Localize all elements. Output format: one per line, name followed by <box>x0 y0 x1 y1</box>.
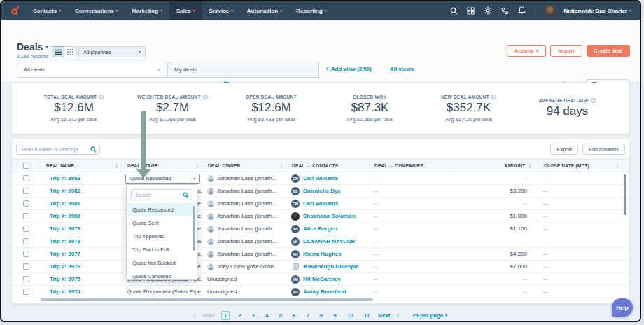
deal-name-link[interactable]: Trip #: 9979 <box>50 226 80 232</box>
help-button[interactable]: Help <box>612 298 633 317</box>
add-view-link[interactable]: +Add view (2/50) <box>326 66 372 72</box>
dropdown-search-input[interactable] <box>132 191 183 199</box>
info-icon[interactable]: i <box>491 95 496 99</box>
row-checkbox[interactable] <box>23 238 29 244</box>
pipeline-select[interactable]: All pipelines ▾ <box>78 46 146 57</box>
sort-icon[interactable]: ▴▾ <box>116 163 121 168</box>
search-icon[interactable] <box>450 7 458 15</box>
info-icon[interactable]: i <box>203 95 208 99</box>
deal-name-link[interactable]: Trip #: 9976 <box>50 263 80 270</box>
col-amount[interactable]: AMOUNT▴▾ <box>454 160 538 172</box>
table-horizontal-scrollbar[interactable] <box>41 298 373 301</box>
deal-name-link[interactable]: Trip #: 9982 <box>50 188 80 194</box>
contact-link[interactable]: Kit McCartney <box>303 276 341 282</box>
dropdown-option-quote-cancelled[interactable]: Quote Cancelled <box>127 270 197 280</box>
sort-icon[interactable]: ▴▾ <box>617 163 622 168</box>
contact-link[interactable]: Alice Bergen <box>303 226 337 232</box>
row-checkbox[interactable] <box>23 276 29 282</box>
contact-link[interactable]: Carl Williams <box>303 200 338 207</box>
calling-phone-icon[interactable] <box>501 7 509 15</box>
dropdown-option-trip-approved[interactable]: Trip Approved <box>127 230 197 243</box>
deal-name-link[interactable]: Trip #: 9978 <box>50 238 80 244</box>
nav-item-marketing[interactable]: Marketing▾ <box>125 1 169 20</box>
tab-all-deals[interactable]: All deals × <box>17 62 168 78</box>
row-checkbox[interactable] <box>23 200 29 207</box>
col-deal-companies[interactable]: DEAL → COMPANIES <box>368 160 454 172</box>
dropdown-option-quote-requested[interactable]: Quote Requested <box>127 203 197 216</box>
import-button[interactable]: Import <box>550 45 582 57</box>
page-9[interactable]: 9 <box>331 312 338 319</box>
page-7[interactable]: 7 <box>304 312 311 319</box>
page-2[interactable]: 2 <box>236 312 243 319</box>
hubspot-logo-icon[interactable] <box>10 6 20 16</box>
edit-columns-button[interactable]: Edit columns <box>582 144 625 155</box>
nav-item-service[interactable]: Service▾ <box>202 1 240 20</box>
col-deal-name[interactable]: DEAL NAME▴▾ <box>40 160 121 172</box>
nav-item-conversations[interactable]: Conversations▾ <box>68 1 125 20</box>
row-checkbox[interactable] <box>23 188 29 194</box>
deal-name-link[interactable]: Trip #: 9977 <box>50 251 80 257</box>
all-views-link[interactable]: All views <box>390 66 414 72</box>
row-checkbox[interactable] <box>23 263 29 270</box>
col-deal-owner[interactable]: DEAL OWNER▴▾ <box>202 160 286 172</box>
deal-name-link[interactable]: Trip #: 9981 <box>50 200 80 207</box>
row-checkbox[interactable] <box>23 251 29 257</box>
next-chevron-icon[interactable]: › <box>396 312 398 319</box>
page-1[interactable]: 1 <box>221 311 230 320</box>
actions-button[interactable]: Actions▾ <box>507 45 546 57</box>
dropdown-scrollbar[interactable] <box>193 206 195 251</box>
row-checkbox[interactable] <box>23 289 29 295</box>
tab-my-deals[interactable]: My deals <box>168 62 319 78</box>
row-checkbox[interactable] <box>23 213 29 219</box>
settings-gear-icon[interactable] <box>484 6 492 15</box>
page-8[interactable]: 8 <box>318 312 325 319</box>
sort-icon[interactable]: ▴▾ <box>197 163 202 168</box>
title-caret-icon[interactable]: ▾ <box>46 44 48 50</box>
contact-link[interactable]: Kavanaugh Gillespie <box>304 263 359 270</box>
sort-icon[interactable]: ▴▾ <box>529 163 531 168</box>
dropdown-option-quote-sent[interactable]: Quote Sent <box>127 216 197 230</box>
page-6[interactable]: 6 <box>290 312 298 319</box>
info-icon[interactable]: i <box>99 95 104 99</box>
prev-button[interactable]: Prev <box>202 312 214 319</box>
deal-name-link[interactable]: Trip #: 9980 <box>50 213 80 219</box>
contact-link[interactable]: Carl Williams <box>303 175 338 181</box>
deal-name-link[interactable]: Trip #: 9983 <box>50 175 80 181</box>
deal-name-link[interactable]: Trip #: 9975 <box>50 276 80 282</box>
table-search-input[interactable] <box>17 146 90 153</box>
page-3[interactable]: 3 <box>250 312 257 319</box>
prev-chevron-icon[interactable]: ‹ <box>194 312 196 319</box>
deal-name-link[interactable]: Trip #: 9974 <box>50 289 80 295</box>
contact-link[interactable]: LILYANAH NAYLOR <box>303 238 355 244</box>
nav-item-automation[interactable]: Automation▾ <box>240 1 289 20</box>
contact-link[interactable]: Aubry Benefield <box>303 289 346 295</box>
page-5[interactable]: 5 <box>276 312 284 319</box>
dropdown-option-quote-not-booked[interactable]: Quote Not Booked <box>127 256 197 270</box>
table-vertical-scrollbar[interactable] <box>624 174 626 215</box>
dropdown-option-trip-paid-in-full[interactable]: Trip Paid In Full <box>127 243 197 256</box>
page-11[interactable]: 11 <box>362 312 372 319</box>
select-all-checkbox[interactable] <box>23 162 29 169</box>
nav-item-reporting[interactable]: Reporting▾ <box>289 1 334 20</box>
per-page-select[interactable]: 25 per page ▾ <box>412 312 447 319</box>
col-deal-contacts[interactable]: DEAL → CONTACTS <box>286 160 368 172</box>
marketplace-icon[interactable] <box>467 7 475 15</box>
notifications-bell-icon[interactable] <box>518 6 526 15</box>
info-icon[interactable]: i <box>591 98 596 103</box>
user-avatar[interactable] <box>545 6 555 16</box>
create-deal-button[interactable]: Create deal <box>587 45 630 57</box>
col-close-date[interactable]: CLOSE DATE (MDT)▴▾ <box>538 160 622 172</box>
page-4[interactable]: 4 <box>263 312 270 319</box>
col-deal-stage[interactable]: DEAL STAGE▴▾ <box>121 160 202 172</box>
contact-link[interactable]: Dawnielle Dye <box>303 188 341 194</box>
contact-link[interactable]: Shoshana Solomon <box>303 213 356 219</box>
close-icon[interactable]: × <box>158 67 161 74</box>
board-view-button[interactable] <box>64 46 77 57</box>
sort-icon[interactable]: ▴▾ <box>281 163 286 168</box>
account-menu[interactable]: Nationwide Bus Charter▾ <box>564 8 631 14</box>
nav-item-sales[interactable]: Sales▾ <box>169 1 202 20</box>
list-view-button[interactable] <box>52 46 64 57</box>
next-button[interactable]: Next <box>378 312 390 319</box>
export-button[interactable]: Export <box>550 144 578 155</box>
contact-link[interactable]: Kierra Hughes <box>303 251 342 257</box>
